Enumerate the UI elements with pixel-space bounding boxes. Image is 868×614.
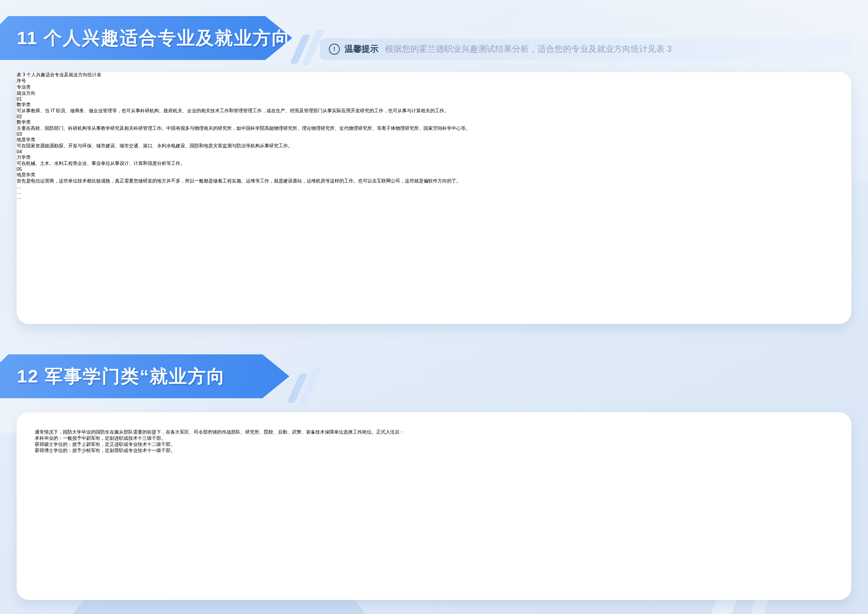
cell-direction: 首先是电信运营商，这些单位技术都比较成熟，真正需要您做研发的地方并不多，所以一般… — [17, 178, 851, 184]
tip-label: 温馨提示 — [344, 43, 378, 55]
cell-direction: 可在机械、土木、水利工程类企业、事业单位从事设计、计算和强度分析等工作。 — [17, 160, 851, 167]
table-row-ellipsis: … … … — [17, 184, 851, 200]
table-header-row: 序号 专业类 就业方向 — [17, 78, 851, 96]
table-row: 03 地质学类 可在国家资源能源勘探、开发与环保、城市建设、城市交通、港口、水利… — [17, 132, 851, 149]
cell-major: 力学类 — [17, 154, 851, 160]
list-item: 获得博士学位的：授予少校军衔，定副营职或专业技术十一级干部。 — [35, 448, 833, 454]
section-11-title: 11 个人兴趣适合专业及就业方向 — [0, 26, 291, 50]
cell-major: 数学类 — [17, 119, 851, 126]
cell-no: 01 — [17, 96, 851, 102]
table-row: 04 力学类 可在机械、土木、水利工程类企业、事业单位从事设计、计算和强度分析等… — [17, 149, 851, 167]
table-body: 01 数学类 可从事教师、当 IT 职员、做商务、做企业管理等，也可从事科研机构… — [17, 96, 851, 200]
military-direction-card: 通常情况下，国防大学毕业的国防生在服从部队需要的前提下，在各大军区、司令部所辖的… — [17, 412, 851, 600]
cell-direction: 可在国家资源能源勘探、开发与环保、城市建设、城市交通、港口、水利水电建设、国防和… — [17, 143, 851, 149]
cell-no: … — [17, 184, 851, 190]
table-header-no: 序号 — [17, 78, 851, 84]
paragraph-text: 通常情况下，国防大学毕业的国防生在服从部队需要的前提下，在各大军区、司令部所辖的 — [35, 429, 222, 434]
cell-no: 05 — [17, 167, 851, 172]
military-paragraph: 通常情况下，国防大学毕业的国防生在服从部队需要的前提下，在各大军区、司令部所辖的… — [35, 429, 833, 435]
rank-bullet-list: 本科毕业的：一般授予中尉军衔，定副连职或技术十三级干部。 获得硕士学位的：授予上… — [35, 435, 833, 454]
list-item: 本科毕业的：一般授予中尉军衔，定副连职或技术十三级干部。 — [35, 435, 833, 441]
paragraph-text: 选择工作岗位。正式入伍后： — [343, 429, 404, 434]
cell-direction: … — [17, 195, 851, 200]
section-11-banner: 11 个人兴趣适合专业及就业方向 — [0, 16, 292, 60]
cell-no: 04 — [17, 149, 851, 154]
table-header-direction: 就业方向 — [17, 90, 851, 96]
table-badge: 表 3 个人兴趣适合专业及就业方向统计表 — [17, 72, 851, 78]
majors-table: 序号 专业类 就业方向 01 数学类 可从事教师、当 IT 职员、做商务、做企业… — [17, 78, 851, 200]
cell-no: 02 — [17, 114, 851, 119]
section-12-title: 12 军事学门类“就业方向 — [0, 364, 226, 389]
cell-direction: 可从事教师、当 IT 职员、做商务、做企业管理等，也可从事科研机构、政府机关、企… — [17, 108, 851, 114]
table-header-major: 专业类 — [17, 84, 851, 90]
bullet-text: 本科毕业的：一般授予中尉军衔，定副连职或技术十三级干部。 — [35, 436, 166, 441]
interest-majors-card: 表 3 个人兴趣适合专业及就业方向统计表 序号 专业类 就业方向 01 数学类 … — [17, 72, 851, 324]
tip-text: 根据您的霍兰德职业兴趣测试结果分析，适合您的专业及就业方向统计见表 3 — [385, 43, 672, 55]
table-row: 01 数学类 可从事教师、当 IT 职员、做商务、做企业管理等，也可从事科研机构… — [17, 96, 851, 114]
cell-major: … — [17, 190, 851, 195]
highlight-link-text[interactable]: 作战部队、研究所、院校、后勤、武警、装备技术保障单位 — [222, 429, 343, 434]
tip-bar: ! 温馨提示 根据您的霍兰德职业兴趣测试结果分析，适合您的专业及就业方向统计见表… — [320, 38, 852, 60]
table-row: 02 数学类 主要在高校、国防部门、科研机构等从事教学研究及相关科研管理工作。中… — [17, 114, 851, 132]
list-item: 获得硕士学位的：授予上尉军衔，定正连职或专业技术十二级干部。 — [35, 441, 833, 448]
table-row: 05 地质学类 首先是电信运营商，这些单位技术都比较成熟，真正需要您做研发的地方… — [17, 167, 851, 184]
cell-major: 地质学类 — [17, 172, 851, 178]
bullet-text: 获得博士学位的：授予少校军衔，定副营职或专业技术十一级干部。 — [35, 448, 175, 453]
cell-no: 03 — [17, 132, 851, 137]
section-12-banner: 12 军事学门类“就业方向 — [0, 354, 289, 398]
info-icon: ! — [329, 44, 340, 55]
cell-major: 地质学类 — [17, 137, 851, 143]
cell-major: 数学类 — [17, 102, 851, 108]
table-badge-title: 表 3 个人兴趣适合专业及就业方向统计表 — [17, 72, 101, 77]
bullet-text: 获得硕士学位的：授予上尉军衔，定正连职或专业技术十二级干部。 — [35, 442, 175, 447]
cell-direction: 主要在高校、国防部门、科研机构等从事教学研究及相关科研管理工作。中国有很多与物理… — [17, 126, 851, 132]
